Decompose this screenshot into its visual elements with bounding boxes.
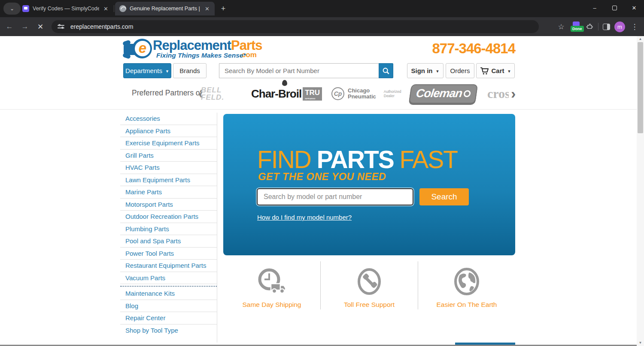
model-number-help-link[interactable]: How do I find my model number? [257,214,352,221]
tab-simplycodes[interactable]: Verify Codes — SimplyCodes ✕ [18,2,113,15]
departments-button[interactable]: Departments▼ [123,63,171,78]
page-content: e ReplacementParts .com Fixing Things Ma… [0,36,637,346]
partner-logo-chicago-pneumatic[interactable]: Cp ChicagoPneumatic AuthorizedDealer [331,82,401,106]
feature-label: Easier On The Earth [436,301,497,309]
stop-loading-icon[interactable]: ✕ [35,21,46,32]
header-search-input[interactable] [219,63,379,78]
page-scrollbar[interactable]: ▲ ▼ [637,36,644,346]
sidebar-dotted-divider [120,284,217,287]
feature-toll-free-support: Toll Free Support [321,261,418,309]
side-panel-icon[interactable] [603,24,610,30]
tab-title: Genuine Replacement Parts | Fa [130,6,200,12]
sidebar-category-link[interactable]: Lawn Equipment Parts [120,174,217,187]
feature-label: Same Day Shipping [243,301,301,309]
back-icon[interactable]: ← [4,21,15,32]
hero-banner: FIND PARTS FAST GET THE ONE YOU NEED Sea… [223,114,515,255]
sidebar-category-link[interactable]: Accessories [120,113,217,125]
cart-icon [480,67,489,75]
new-tab-button[interactable]: + [218,3,228,14]
sidebar-category-link[interactable]: Appliance Parts [120,125,217,138]
hero-search-input[interactable] [257,188,413,205]
globe-icon [452,266,481,296]
chevron-down-icon: ▼ [507,69,511,73]
support-phone-number: 877-346-4814 [431,40,515,57]
sidebar-secondary-link[interactable]: Maintenance Kits [120,288,217,300]
sidebar-category-link[interactable]: Outdoor Recreation Parts [120,211,217,223]
partner-logo-campbell-hausfeld[interactable]: BELLFELD. [201,82,229,106]
sidebar-category-link[interactable]: Marine Parts [120,186,217,199]
sidebar-category-link[interactable]: Vacuum Parts [120,272,217,285]
partner-logo-crosley[interactable]: cros [487,82,509,106]
orders-button[interactable]: Orders [446,63,474,78]
partners-label: Preferred Partners of [132,89,202,98]
url-text: ereplacementparts.com [70,23,133,30]
sidebar-category-link[interactable]: HVAC Parts [120,162,217,174]
minimize-button[interactable]: – [585,0,605,15]
feature-label: Toll Free Support [344,301,395,309]
partner-logo-coleman[interactable]: Coleman [410,82,477,106]
sidebar-secondary-link[interactable]: Repair Center [120,312,217,325]
sidebar-category-link[interactable]: Power Tool Parts [120,248,217,260]
hero-title: FIND PARTS FAST [257,147,457,172]
window-controls: – ✕ [585,0,644,15]
ereplacementparts-favicon-icon [119,5,126,12]
address-bar[interactable]: ereplacementparts.com [52,20,539,33]
shipping-truck-clock-icon [256,266,287,296]
sidebar-secondary-link[interactable]: Blog [120,300,217,312]
cart-button[interactable]: Cart▼ [476,63,515,78]
search-icon [382,67,390,75]
flame-icon [282,80,287,86]
tab-title: Verify Codes — SimplyCodes [33,6,99,12]
extension-done-icon[interactable]: Done [571,21,582,32]
tab-divider [114,5,114,12]
menu-kebab-icon[interactable]: ⋮ [629,22,640,31]
simplycodes-favicon-icon [22,5,29,12]
logo-tagline: Fixing Things Makes Sense* [156,52,246,59]
feature-same-day-shipping: Same Day Shipping [223,261,320,309]
extension-badge: Done [571,26,584,32]
tab-strip: ⌄ Verify Codes — SimplyCodes ✕ Genuine R… [0,0,644,17]
sidebar-category-link[interactable]: Restaurant Equipment Parts [120,260,217,272]
bookmark-star-icon[interactable]: ☆ [556,22,566,31]
browser-window: ⌄ Verify Codes — SimplyCodes ✕ Genuine R… [0,0,644,346]
features-row: Same Day Shipping Toll Free Support [223,261,515,309]
toolbar-divider [598,23,598,31]
hero-search-button[interactable]: Search [419,188,469,205]
category-sidebar: AccessoriesAppliance PartsExercise Equip… [120,113,217,343]
partner-logo-charbroil[interactable]: Char-Broil TRUINFRARED [251,82,322,106]
sidebar-category-link[interactable]: Plumbing Parts [120,223,217,236]
lantern-icon [463,90,471,97]
phone-handset-icon [355,266,383,296]
profile-avatar[interactable]: m [614,21,625,32]
hero-subtitle: GET THE ONE YOU NEED [258,171,386,183]
scroll-up-icon[interactable]: ▲ [637,36,644,42]
sidebar-category-link[interactable]: Pool and Spa Parts [120,235,217,248]
sidebar-category-link[interactable]: Motorsport Parts [120,199,217,211]
wrench-logo-icon: e [124,39,152,59]
site-logo[interactable]: e ReplacementParts .com Fixing Things Ma… [124,37,257,62]
scrollbar-thumb[interactable] [638,42,643,133]
sign-in-button[interactable]: Sign in▼ [407,63,444,78]
sidebar-category-link[interactable]: Grill Parts [120,150,217,162]
partners-carousel: Preferred Partners of ‹ BELLFELD. Char-B… [0,79,637,110]
header-search-button[interactable] [379,63,393,78]
carousel-next-icon[interactable]: › [511,85,516,102]
maximize-button[interactable] [605,0,624,15]
chevron-down-icon: ▼ [436,69,440,73]
sidebar-category-link[interactable]: Exercise Equipment Parts [120,137,217,150]
tab-close-icon[interactable]: ✕ [204,6,210,12]
chevron-down-icon: ▼ [165,69,169,73]
scroll-down-icon[interactable]: ▼ [637,340,644,346]
site-info-icon[interactable] [52,24,70,29]
feature-easier-on-earth: Easier On The Earth [418,261,515,309]
tab-close-icon[interactable]: ✕ [103,6,109,12]
sidebar-secondary-link[interactable]: Shop by Tool Type [120,325,217,337]
forward-icon[interactable]: → [20,21,30,32]
close-window-button[interactable]: ✕ [624,0,644,15]
brands-button[interactable]: Brands [173,63,207,78]
tab-ereplacementparts[interactable]: Genuine Replacement Parts | Fa ✕ [115,2,215,15]
extensions-puzzle-icon[interactable] [586,23,594,31]
